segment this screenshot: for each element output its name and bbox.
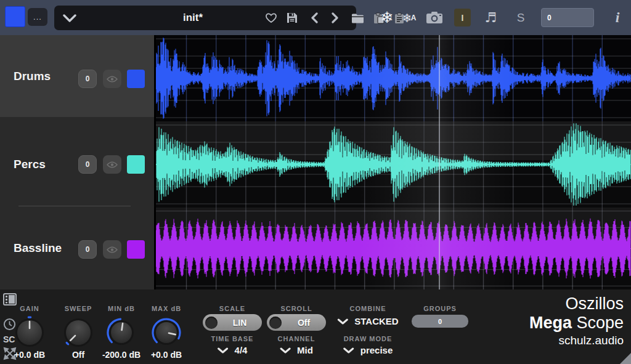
track-color-swatch[interactable] xyxy=(127,70,145,88)
chevron-down-icon xyxy=(343,347,354,354)
more-options-button[interactable]: ... xyxy=(28,8,47,26)
track-row-percs[interactable]: Percs 0 xyxy=(0,121,154,208)
scroll-toggle[interactable]: Off xyxy=(267,314,326,331)
track-visibility-eye-icon[interactable] xyxy=(103,240,121,259)
favorite-heart-icon[interactable] xyxy=(261,6,281,30)
scale-toggle[interactable]: LIN xyxy=(203,314,262,331)
preset-bar: init* xyxy=(54,6,356,30)
groups-value-button[interactable]: 0 xyxy=(412,315,468,328)
knob-label: GAIN xyxy=(20,305,39,312)
info-icon[interactable]: i xyxy=(609,0,626,35)
track-count-button[interactable]: 0 xyxy=(78,240,97,259)
track-color-swatch[interactable] xyxy=(127,240,145,259)
save-icon[interactable] xyxy=(282,6,302,30)
knob-max-db[interactable] xyxy=(152,318,181,350)
knob-value: Off xyxy=(72,350,84,360)
chevron-down-icon xyxy=(218,347,229,354)
product-name-line1: Oszillos xyxy=(529,294,624,313)
knob-label: MAX dB xyxy=(152,305,181,312)
draw-mode-label: DRAW MODE xyxy=(344,335,393,342)
combine-label: COMBINE xyxy=(350,305,386,312)
knob-value: +0.0 dB xyxy=(14,350,45,360)
scale-label: SCALE xyxy=(219,305,245,312)
preset-name[interactable]: init* xyxy=(122,6,264,30)
oscilloscope-display[interactable] xyxy=(156,35,631,289)
combine-dropdown[interactable]: STACKED xyxy=(337,316,398,326)
knob-value: +0.0 dB xyxy=(151,350,182,360)
knob-label: MIN dB xyxy=(108,305,135,312)
waveform-panel-percs[interactable] xyxy=(156,121,631,208)
waveform-panel-drums[interactable] xyxy=(156,35,631,121)
track-visibility-eye-icon[interactable] xyxy=(103,70,121,88)
chevron-down-icon xyxy=(337,318,348,325)
preset-menu-chevron-down-icon[interactable] xyxy=(63,14,76,25)
groups-label: GROUPS xyxy=(423,305,457,312)
channel-dropdown[interactable]: Mid xyxy=(280,345,313,355)
prev-preset-chevron-left-icon[interactable] xyxy=(304,6,324,30)
track-color-swatch[interactable] xyxy=(127,155,145,174)
toggle-knob xyxy=(205,317,218,329)
snapshot-camera-icon[interactable] xyxy=(424,0,445,35)
scroll-label: SCROLL xyxy=(280,305,312,312)
knob-gain[interactable] xyxy=(13,316,46,352)
beat-notes-icon[interactable]: ♬ xyxy=(481,0,500,35)
knob-label: SWEEP xyxy=(65,305,92,312)
track-count-button[interactable]: 0 xyxy=(78,70,97,88)
track-row-drums[interactable]: Drums 0 xyxy=(0,35,154,117)
chevron-down-icon xyxy=(280,347,291,354)
knob-value: -200.0 dB xyxy=(102,350,140,360)
header-toolbar: ... init* xyxy=(0,0,631,35)
track-name: Drums xyxy=(14,35,51,117)
knob-min-db[interactable] xyxy=(107,318,136,350)
product-name-line2: Mega Scope xyxy=(529,313,624,333)
auto-freeze-snowflake-icon[interactable]: ❄A xyxy=(398,0,420,35)
footer-controls: SC GAIN+0.0 dBSWEEPOffMIN dB-200.0 dBMAX… xyxy=(0,289,631,364)
track-row-bassline[interactable]: Bassline 0 xyxy=(0,206,154,289)
input-monitor-button[interactable]: I xyxy=(454,9,471,26)
counter-input[interactable]: 0 xyxy=(541,8,594,27)
next-preset-chevron-right-icon[interactable] xyxy=(325,6,345,30)
waveform-panel-bassline[interactable] xyxy=(156,208,631,289)
track-name: Bassline xyxy=(14,206,62,289)
branding: Oszillos Mega Scope schulz.audio xyxy=(529,294,624,347)
knob-sweep[interactable] xyxy=(62,316,95,352)
company-name: schulz.audio xyxy=(529,334,624,347)
track-count-button[interactable]: 0 xyxy=(78,155,97,174)
solo-button[interactable]: S xyxy=(513,0,529,35)
track-color-button[interactable] xyxy=(5,6,25,27)
track-list: Drums 0 Percs 0 Bassline 0 xyxy=(0,35,154,289)
resize-grip[interactable] xyxy=(620,353,631,364)
channel-label: CHANNEL xyxy=(278,335,316,342)
time-base-dropdown[interactable]: 4/4 xyxy=(218,345,248,355)
time-base-label: TIME BASE xyxy=(211,335,254,342)
track-visibility-eye-icon[interactable] xyxy=(103,155,121,174)
toggle-knob xyxy=(269,317,282,329)
draw-mode-dropdown[interactable]: precise xyxy=(343,345,393,355)
film-strip-icon[interactable] xyxy=(3,293,17,308)
plugin-window: ... init* xyxy=(0,0,631,364)
browse-presets-folder-icon[interactable] xyxy=(348,6,367,30)
freeze-snowflake-icon[interactable]: ❄ xyxy=(377,0,397,35)
track-name: Percs xyxy=(14,121,46,208)
